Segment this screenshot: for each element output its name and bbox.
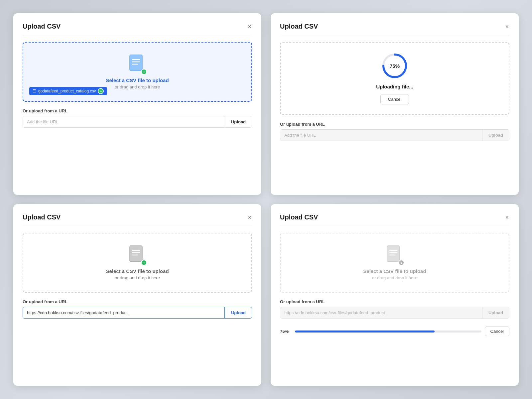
uploading-label-2: Uploading file... [376, 84, 413, 89]
url-section-3: Or upload from a URL Upload [23, 299, 252, 319]
dropzone-sub-3: or drag and drop it here [115, 275, 160, 280]
dropzone-2: 75% Uploading file... Cancel [280, 42, 509, 115]
modal-bottom-left: Upload CSV × + Select a CSV file to uplo… [13, 204, 261, 386]
url-row-3: Upload [23, 307, 252, 319]
dropzone-text-4: Select a CSV file to upload [363, 268, 426, 274]
progress-label-4: 75% [280, 329, 292, 334]
file-chip-name-1: godatafeed_product_catalog.csv [38, 89, 96, 93]
url-input-3[interactable] [23, 307, 225, 318]
modal-header-2: Upload CSV × [280, 23, 509, 35]
modal-header-3: Upload CSV × [23, 213, 252, 226]
plus-badge-4: + [398, 260, 404, 266]
file-icon-3: + [129, 245, 146, 264]
file-chip-1: ☰ godatafeed_product_catalog.csv + [29, 87, 107, 95]
dropzone-4: + Select a CSV file to upload or drag an… [280, 233, 509, 293]
plus-badge-3: + [141, 260, 147, 266]
file-chip-plus-1: + [98, 88, 104, 94]
modal-top-right: Upload CSV × 75% Uploading file... Cance… [271, 13, 519, 195]
url-input-1[interactable] [23, 116, 225, 127]
dropzone-1[interactable]: + Select a CSV file to upload or drag an… [23, 42, 252, 102]
dropzone-3[interactable]: + Select a CSV file to upload or drag an… [23, 233, 252, 293]
modal-header-1: Upload CSV × [23, 23, 252, 35]
close-button-2[interactable]: × [504, 23, 509, 30]
url-row-4: Upload [280, 307, 509, 319]
progress-bar-track-4 [295, 331, 481, 332]
modal-top-left: Upload CSV × + Select a CSV file to uplo… [13, 13, 261, 195]
cancel-button-4[interactable]: Cancel [485, 327, 509, 336]
upload-button-1[interactable]: Upload [225, 116, 252, 127]
progress-bar-fill-4 [295, 331, 435, 332]
file-chip-icon-1: ☰ [33, 89, 36, 93]
dropzone-sub-4: or drag and drop it here [372, 275, 417, 280]
url-label-3: Or upload from a URL [23, 299, 252, 304]
progress-bar-section-4: 75% Cancel [280, 327, 509, 336]
progress-text-2: 75% [390, 63, 400, 69]
svg-rect-6 [130, 246, 142, 262]
upload-button-2: Upload [482, 130, 509, 141]
close-button-3[interactable]: × [247, 214, 252, 221]
upload-button-3[interactable]: Upload [225, 307, 252, 318]
url-input-4 [280, 307, 482, 318]
dropzone-text-3: Select a CSV file to upload [106, 268, 169, 274]
close-button-4[interactable]: × [504, 214, 509, 221]
url-section-4: Or upload from a URL Upload [280, 299, 509, 319]
modal-title-1: Upload CSV [23, 23, 61, 30]
modal-title-4: Upload CSV [280, 213, 318, 221]
url-label-4: Or upload from a URL [280, 299, 509, 304]
plus-badge-1: + [141, 69, 147, 75]
page-grid: Upload CSV × + Select a CSV file to uplo… [0, 0, 532, 399]
close-button-1[interactable]: × [247, 23, 252, 30]
cancel-button-2[interactable]: Cancel [380, 94, 409, 104]
url-section-1: Or upload from a URL Upload [23, 108, 252, 128]
modal-header-4: Upload CSV × [280, 213, 509, 226]
svg-rect-10 [387, 246, 400, 262]
modal-title-2: Upload CSV [280, 23, 318, 30]
url-input-2 [280, 130, 482, 141]
dropzone-text-1: Select a CSV file to upload [106, 77, 169, 83]
progress-circle-2: 75% [381, 53, 408, 79]
url-label-2: Or upload from a URL [280, 122, 509, 127]
upload-button-4: Upload [482, 307, 509, 318]
url-row-1: Upload [23, 116, 252, 128]
modal-title-3: Upload CSV [23, 213, 61, 221]
file-icon-4: + [386, 245, 403, 264]
modal-bottom-right: Upload CSV × + Select a CSV file to uplo… [271, 204, 519, 386]
url-row-2: Upload [280, 129, 509, 141]
url-label-1: Or upload from a URL [23, 108, 252, 113]
dropzone-sub-1: or drag and drop it here [115, 84, 160, 89]
svg-rect-0 [130, 55, 142, 71]
url-section-2: Or upload from a URL Upload [280, 122, 509, 141]
file-icon-1: + [129, 54, 146, 73]
